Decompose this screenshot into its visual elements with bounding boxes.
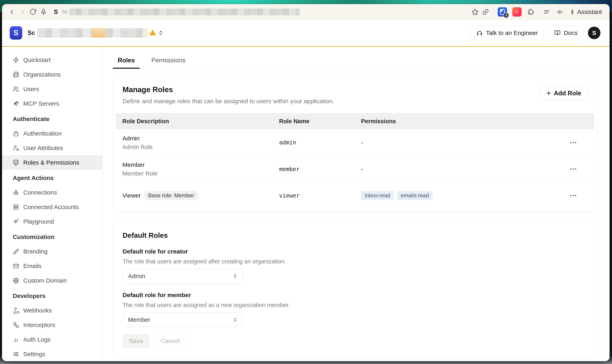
creator-role-select[interactable]: Admin xyxy=(123,269,243,283)
manage-roles-subtitle: Define and manage roles that can be assi… xyxy=(123,97,334,105)
reload-icon[interactable] xyxy=(29,8,37,16)
permissions-empty: - xyxy=(361,139,570,146)
sidebar-item-label: Roles & Permissions xyxy=(23,159,79,166)
book-icon xyxy=(554,30,561,36)
sidebar-item-connections[interactable]: Connections xyxy=(2,185,102,200)
reader-view-icon[interactable] xyxy=(543,8,551,16)
sidebar-item-label: Authentication xyxy=(23,130,62,137)
mail-icon xyxy=(13,263,19,270)
microphone-icon[interactable] xyxy=(40,8,47,16)
sidebar-item-authentication[interactable]: Authentication xyxy=(2,126,102,141)
sidebar-item-label: Users xyxy=(23,86,39,92)
member-role-value: Member xyxy=(128,316,150,323)
sidebar-item-auth-logs[interactable]: Auth Logs xyxy=(2,332,102,347)
warning-triangle-icon xyxy=(150,29,156,36)
docs-label: Docs xyxy=(564,29,578,36)
permission-badge: emails:read xyxy=(397,191,433,200)
sidebar-item-label: Connections xyxy=(23,189,57,196)
tab-permissions[interactable]: Permissions xyxy=(146,52,191,68)
member-role-select[interactable]: Member xyxy=(123,312,243,327)
member-label: Default role for member xyxy=(123,291,587,299)
member-description: The role that users are assigned as a ne… xyxy=(123,301,587,309)
voice-equalizer-icon[interactable] xyxy=(556,8,563,16)
forward-icon[interactable] xyxy=(19,8,26,16)
roles-table: Role Description Role Name Permissions A… xyxy=(116,113,594,209)
default-roles-title: Default Roles xyxy=(123,231,587,240)
default-role-member-field: Default role for member The role that us… xyxy=(123,291,587,327)
launcher-extension-icon[interactable] xyxy=(512,7,522,17)
role-description-text: Admin Role xyxy=(122,143,279,151)
talk-to-engineer-button[interactable]: Talk to an Engineer xyxy=(471,26,544,40)
default-roles-card: Default Roles Default role for creator T… xyxy=(113,222,598,358)
base-role-badge: Base role: Member xyxy=(144,191,198,200)
plus-icon: + xyxy=(546,89,551,97)
role-slug: viewer xyxy=(279,192,361,199)
sidebar-item-label: Settings xyxy=(23,351,45,358)
sidebar-item-emails[interactable]: Emails xyxy=(2,259,102,273)
sidebar-item-label: Organizations xyxy=(23,71,61,78)
add-role-button[interactable]: + Add Role xyxy=(540,86,587,100)
role-name-text: Admin xyxy=(122,134,279,143)
sidebar-item-webhooks[interactable]: Webhooks xyxy=(2,303,102,318)
manage-roles-title: Manage Roles xyxy=(123,85,334,94)
role-description-text: Member Role xyxy=(122,169,279,178)
extensions-puzzle-icon[interactable] xyxy=(527,8,535,16)
sidebar-item-custom-domain[interactable]: Custom Domain xyxy=(2,273,102,288)
url-redacted[interactable] xyxy=(69,9,300,15)
headphones-icon xyxy=(476,30,483,36)
server-stack-icon xyxy=(13,204,19,210)
docs-button[interactable]: Docs xyxy=(548,26,584,40)
site-favicon: S xyxy=(52,8,60,16)
sidebar-item-interceptors[interactable]: Interceptors xyxy=(2,318,102,332)
back-icon[interactable] xyxy=(8,8,16,16)
sidebar-section-agent-actions: Agent Actions xyxy=(2,171,102,185)
url-text[interactable]: ht xyxy=(62,9,67,15)
sidebar-item-roles-permissions[interactable]: Roles & Permissions xyxy=(2,155,102,170)
sidebar-item-playground[interactable]: Playground xyxy=(2,214,102,229)
sidebar-item-organizations[interactable]: Organizations xyxy=(2,67,102,82)
chevron-updown-icon xyxy=(233,273,238,279)
row-menu-button[interactable] xyxy=(570,169,597,170)
default-role-creator-field: Default role for creator The role that u… xyxy=(123,247,587,283)
role-name-text: Member xyxy=(122,160,279,169)
bookmark-star-icon[interactable] xyxy=(471,8,479,16)
creator-description: The role that users are assigned after c… xyxy=(123,258,587,265)
browser-window: S ht 1 xyxy=(2,4,610,361)
interceptor-icon xyxy=(13,322,19,328)
creator-label: Default role for creator xyxy=(123,247,587,256)
row-menu-button[interactable] xyxy=(570,195,597,196)
sidebar-item-mcp-servers[interactable]: MCP Servers xyxy=(2,96,102,111)
app-logo: S xyxy=(10,26,22,39)
assistant-button[interactable]: Assistant xyxy=(568,9,602,15)
bar-chart-icon xyxy=(13,336,19,343)
row-menu-button[interactable] xyxy=(570,142,597,143)
sidebar-item-label: Interceptors xyxy=(23,322,55,328)
column-role-description: Role Description xyxy=(116,118,279,125)
password-extension-icon[interactable]: 1 xyxy=(498,7,507,17)
sidebar: Quickstart Organizations Users MCP Serve… xyxy=(2,47,103,361)
sidebar-item-label: Webhooks xyxy=(23,307,52,314)
tabs: Roles Permissions xyxy=(113,52,598,68)
table-row-member: Member Member Role member - xyxy=(116,156,594,182)
copy-link-icon[interactable] xyxy=(482,8,489,16)
shield-check-icon xyxy=(13,159,19,166)
cancel-button[interactable]: Cancel xyxy=(154,334,187,348)
tab-roles[interactable]: Roles xyxy=(113,52,140,68)
workspace-switcher[interactable]: Sc xyxy=(28,28,164,38)
save-button[interactable]: Save xyxy=(123,334,150,348)
sidebar-item-connected-accounts[interactable]: Connected Accounts xyxy=(2,200,102,214)
workspace-name: Sc xyxy=(28,29,35,37)
role-slug: member xyxy=(279,166,361,172)
sidebar-item-label: Emails xyxy=(23,263,42,270)
permission-badge: inbox:read xyxy=(361,191,394,200)
sidebar-item-user-attributes[interactable]: User Attributes xyxy=(2,141,102,155)
user-avatar[interactable]: S xyxy=(588,27,600,39)
sidebar-item-settings[interactable]: Settings xyxy=(2,347,102,361)
sidebar-item-branding[interactable]: Branding xyxy=(2,244,102,259)
globe-icon xyxy=(13,277,19,284)
creator-role-value: Admin xyxy=(128,273,145,280)
role-slug: admin xyxy=(279,139,361,146)
sidebar-item-users[interactable]: Users xyxy=(2,82,102,96)
talk-to-engineer-label: Talk to an Engineer xyxy=(486,29,538,36)
sidebar-item-quickstart[interactable]: Quickstart xyxy=(2,53,102,67)
